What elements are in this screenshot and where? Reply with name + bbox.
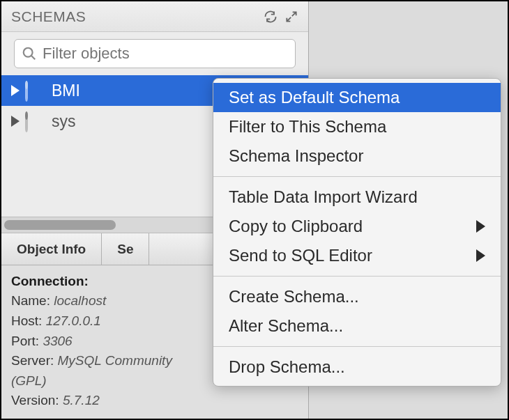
menu-send-to-sql-editor[interactable]: Send to SQL Editor (213, 241, 501, 270)
conn-version-label: Version: (11, 393, 59, 407)
menu-label: Send to SQL Editor (229, 246, 372, 265)
menu-label: Alter Schema... (229, 316, 343, 336)
menu-drop-schema[interactable]: Drop Schema... (213, 352, 501, 382)
menu-table-data-import[interactable]: Table Data Import Wizard (213, 182, 501, 212)
menu-separator (213, 276, 501, 277)
menu-create-schema[interactable]: Create Schema... (213, 282, 501, 311)
expand-icon[interactable] (284, 10, 298, 24)
conn-name-value: localhost (54, 293, 106, 308)
svg-point-0 (24, 48, 33, 57)
menu-set-default-schema[interactable]: Set as Default Schema (213, 83, 501, 112)
context-menu: Set as Default Schema Filter to This Sch… (213, 78, 501, 387)
menu-label: Table Data Import Wizard (229, 187, 418, 207)
conn-server-label: Server: (11, 353, 54, 368)
submenu-arrow-icon (476, 220, 485, 233)
conn-port-value: 3306 (43, 334, 72, 348)
menu-label: Create Schema... (229, 287, 359, 306)
database-icon (25, 113, 45, 130)
refresh-icon[interactable] (264, 10, 278, 24)
menu-label: Filter to This Schema (229, 117, 386, 137)
menu-alter-schema[interactable]: Alter Schema... (213, 311, 501, 341)
scrollbar-thumb[interactable] (4, 220, 116, 230)
search-icon (22, 46, 37, 61)
conn-server-value: MySQL Community (58, 353, 172, 368)
menu-label: Copy to Clipboard (229, 217, 363, 236)
conn-name-label: Name: (11, 293, 50, 308)
connection-heading: Connection: (11, 274, 89, 288)
menu-label: Set as Default Schema (229, 88, 400, 107)
filter-box[interactable] (14, 39, 296, 68)
submenu-arrow-icon (476, 249, 485, 262)
menu-label: Schema Inspector (229, 146, 363, 166)
menu-separator (213, 346, 501, 347)
conn-server-suffix: (GPL) (11, 373, 47, 388)
schema-name: BMI (52, 81, 80, 100)
conn-host-label: Host: (11, 313, 42, 328)
database-icon (25, 82, 45, 99)
conn-port-label: Port: (11, 334, 39, 348)
schemas-header: SCHEMAS (1, 1, 308, 32)
tab-object-info[interactable]: Object Info (1, 233, 102, 265)
tab-session[interactable]: Se (102, 233, 149, 265)
svg-line-1 (31, 56, 36, 60)
menu-filter-to-schema[interactable]: Filter to This Schema (213, 112, 501, 141)
schemas-title: SCHEMAS (11, 8, 86, 25)
expand-arrow-icon[interactable] (11, 85, 20, 96)
menu-label: Drop Schema... (229, 357, 345, 377)
conn-version-value: 5.7.12 (63, 393, 100, 407)
menu-copy-to-clipboard[interactable]: Copy to Clipboard (213, 212, 501, 241)
expand-arrow-icon[interactable] (11, 116, 20, 127)
menu-schema-inspector[interactable]: Schema Inspector (213, 141, 501, 171)
menu-separator (213, 176, 501, 177)
schema-name: sys (52, 112, 76, 131)
filter-objects-input[interactable] (43, 45, 288, 63)
conn-host-value: 127.0.0.1 (46, 313, 101, 328)
